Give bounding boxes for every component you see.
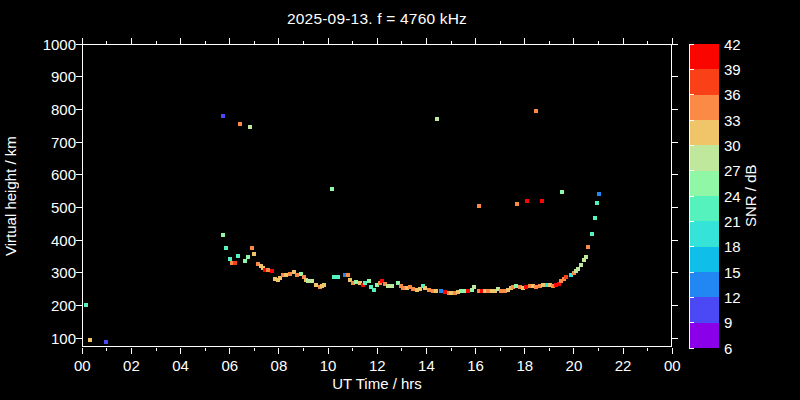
y-major-tick [76, 305, 82, 306]
x-major-tick [475, 38, 476, 44]
x-minor-tick [106, 41, 107, 44]
data-point [84, 303, 88, 307]
data-point [246, 255, 250, 259]
x-major-tick [524, 348, 525, 354]
data-point [595, 201, 599, 205]
x-minor-tick [156, 41, 157, 44]
x-major-tick [524, 38, 525, 44]
colorbar-tick-label: 24 [724, 188, 758, 205]
data-point [250, 246, 254, 250]
data-point [104, 340, 108, 344]
data-point [367, 279, 371, 283]
colorbar-tick [689, 120, 694, 121]
x-major-tick [229, 38, 230, 44]
x-major-tick [278, 38, 279, 44]
x-minor-tick [303, 348, 304, 351]
colorbar-tick-label: 15 [724, 264, 758, 281]
x-minor-tick [156, 348, 157, 351]
colorbar-tick-label: 39 [724, 61, 758, 78]
y-tick-label: 100 [16, 330, 76, 347]
data-point [224, 246, 228, 250]
x-minor-tick [500, 348, 501, 351]
x-tick-label: 04 [161, 357, 201, 374]
data-point [576, 267, 580, 271]
x-major-tick [82, 348, 83, 354]
data-point [477, 204, 481, 208]
colorbar-tick [689, 221, 694, 222]
y-major-tick [672, 44, 678, 45]
data-point [560, 190, 564, 194]
x-minor-tick [106, 348, 107, 351]
x-tick-label: 08 [259, 357, 299, 374]
y-major-tick [672, 142, 678, 143]
y-major-tick [76, 44, 82, 45]
x-minor-tick [598, 41, 599, 44]
colorbar-tick [689, 272, 694, 273]
x-minor-tick [352, 41, 353, 44]
y-major-tick [672, 338, 678, 339]
y-tick-label: 900 [16, 68, 76, 85]
x-major-tick [180, 38, 181, 44]
data-point [584, 255, 588, 259]
x-tick-label: 20 [554, 357, 594, 374]
y-major-tick [672, 305, 678, 306]
x-minor-tick [549, 41, 550, 44]
data-point [525, 199, 529, 203]
colorbar-tick-label: 27 [724, 162, 758, 179]
x-tick-label: 00 [62, 357, 102, 374]
data-point [221, 233, 225, 237]
colorbar-tick [689, 69, 694, 70]
data-point [233, 261, 237, 265]
x-tick-label: 10 [308, 357, 348, 374]
x-minor-tick [401, 348, 402, 351]
y-tick-label: 1000 [16, 36, 76, 53]
y-major-tick [672, 76, 678, 77]
data-point [252, 252, 256, 256]
x-major-tick [426, 38, 427, 44]
x-minor-tick [254, 41, 255, 44]
y-major-tick [672, 174, 678, 175]
data-point [593, 216, 597, 220]
x-tick-label: 06 [210, 357, 250, 374]
colorbar-tick [689, 196, 694, 197]
colorbar-tick-label: 6 [724, 340, 758, 357]
colorbar-tick [689, 322, 694, 323]
y-major-tick [672, 109, 678, 110]
colorbar-tick [689, 94, 694, 95]
x-major-tick [131, 38, 132, 44]
colorbar-tick [689, 44, 694, 45]
data-point [236, 254, 240, 258]
data-point [248, 125, 252, 129]
x-major-tick [623, 38, 624, 44]
y-major-tick [76, 272, 82, 273]
data-point [322, 283, 326, 287]
y-tick-label: 700 [16, 134, 76, 151]
colorbar-tick-label: 9 [724, 314, 758, 331]
data-point [336, 275, 340, 279]
x-tick-label: 00 [652, 357, 692, 374]
y-major-tick [672, 240, 678, 241]
y-major-tick [76, 207, 82, 208]
x-minor-tick [647, 348, 648, 351]
y-tick-label: 500 [16, 199, 76, 216]
x-minor-tick [451, 348, 452, 351]
colorbar-tick-label: 12 [724, 289, 758, 306]
y-tick-label: 200 [16, 297, 76, 314]
data-point [221, 114, 225, 118]
data-point [515, 202, 519, 206]
y-major-tick [76, 76, 82, 77]
x-tick-label: 22 [603, 357, 643, 374]
x-major-tick [377, 38, 378, 44]
x-tick-label: 14 [406, 357, 446, 374]
data-point [390, 284, 394, 288]
data-point [597, 192, 601, 196]
x-major-tick [573, 38, 574, 44]
y-major-tick [76, 338, 82, 339]
x-minor-tick [451, 41, 452, 44]
x-minor-tick [401, 41, 402, 44]
x-minor-tick [205, 41, 206, 44]
y-tick-label: 800 [16, 101, 76, 118]
data-point [238, 122, 242, 126]
y-tick-label: 400 [16, 232, 76, 249]
x-major-tick [229, 348, 230, 354]
